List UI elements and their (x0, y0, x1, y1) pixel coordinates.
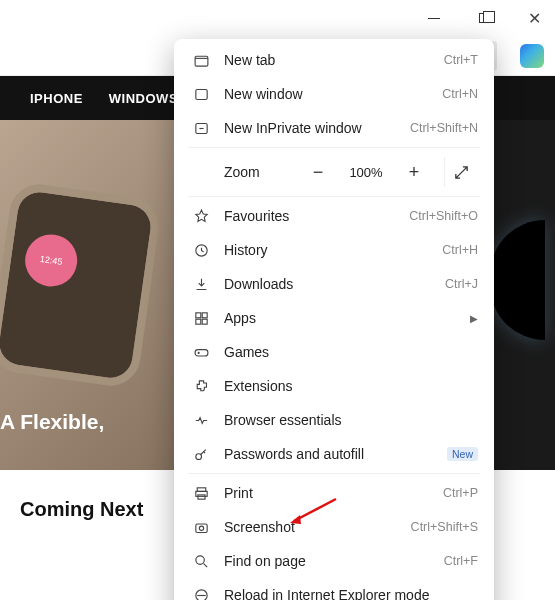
svg-rect-1 (195, 56, 208, 66)
menu-history[interactable]: History Ctrl+H (174, 233, 494, 267)
download-icon (190, 275, 212, 293)
menu-apps[interactable]: Apps ▶ (174, 301, 494, 335)
menu-essentials[interactable]: Browser essentials (174, 403, 494, 437)
copilot-button[interactable] (517, 41, 547, 71)
screenshot-icon (190, 518, 212, 536)
zoom-controls: Zoom − 100% + (174, 150, 494, 194)
close-window-button[interactable]: ✕ (521, 5, 547, 31)
nav-item[interactable]: IPHONE (30, 91, 83, 106)
zoom-out-button[interactable]: − (302, 157, 334, 187)
menu-favourites[interactable]: Favourites Ctrl+Shift+O (174, 199, 494, 233)
shortcut-label: Ctrl+Shift+O (409, 209, 478, 223)
shortcut-label: Ctrl+P (443, 486, 478, 500)
hero-headline: A Flexible, (0, 410, 104, 434)
menu-games[interactable]: Games (174, 335, 494, 369)
svg-rect-2 (195, 89, 206, 99)
svg-rect-8 (202, 319, 207, 324)
nav-item[interactable]: WINDOWS (109, 91, 178, 106)
search-icon (190, 552, 212, 570)
shortcut-label: Ctrl+T (444, 53, 478, 67)
chevron-right-icon: ▶ (470, 313, 478, 324)
maximize-button[interactable] (471, 5, 497, 31)
menu-passwords[interactable]: Passwords and autofill New (174, 437, 494, 471)
shortcut-label: Ctrl+J (445, 277, 478, 291)
menu-screenshot[interactable]: Screenshot Ctrl+Shift+S (174, 510, 494, 544)
inprivate-icon (190, 119, 212, 137)
zoom-in-button[interactable]: + (398, 157, 430, 187)
key-icon (190, 445, 212, 463)
window-icon (190, 85, 212, 103)
svg-point-15 (199, 526, 203, 530)
menu-print[interactable]: Print Ctrl+P (174, 476, 494, 510)
menu-ie-mode[interactable]: Reload in Internet Explorer mode (174, 578, 494, 600)
minimize-button[interactable] (421, 5, 447, 31)
new-badge: New (447, 447, 478, 461)
menu-new-inprivate[interactable]: New InPrivate window Ctrl+Shift+N (174, 111, 494, 145)
svg-rect-6 (202, 312, 207, 317)
menu-extensions[interactable]: Extensions (174, 369, 494, 403)
shortcut-label: Ctrl+N (442, 87, 478, 101)
zoom-value: 100% (344, 165, 388, 180)
shortcut-label: Ctrl+H (442, 243, 478, 257)
svg-rect-9 (195, 349, 208, 355)
svg-point-16 (195, 555, 204, 564)
menu-new-tab[interactable]: New tab Ctrl+T (174, 43, 494, 77)
fullscreen-button[interactable] (444, 157, 478, 187)
menu-downloads[interactable]: Downloads Ctrl+J (174, 267, 494, 301)
watch-face: 12:45 (22, 231, 81, 290)
shortcut-label: Ctrl+F (444, 554, 478, 568)
shortcut-label: Ctrl+Shift+N (410, 121, 478, 135)
ie-icon (190, 586, 212, 600)
menu-new-window[interactable]: New window Ctrl+N (174, 77, 494, 111)
menu-find[interactable]: Find on page Ctrl+F (174, 544, 494, 578)
extensions-icon (190, 377, 212, 395)
settings-menu: New tab Ctrl+T New window Ctrl+N New InP… (174, 39, 494, 600)
apps-icon (190, 309, 212, 327)
print-icon (190, 484, 212, 502)
history-icon (190, 241, 212, 259)
titlebar: ✕ (0, 0, 555, 36)
svg-rect-14 (195, 523, 206, 532)
svg-rect-5 (195, 312, 200, 317)
shortcut-label: Ctrl+Shift+S (411, 520, 478, 534)
heartbeat-icon (190, 411, 212, 429)
watch-image: 12:45 (0, 180, 162, 389)
svg-rect-7 (195, 319, 200, 324)
tab-icon (190, 51, 212, 69)
svg-point-10 (195, 453, 201, 459)
star-icon (190, 207, 212, 225)
zoom-label: Zoom (190, 164, 292, 180)
games-icon (190, 343, 212, 361)
svg-rect-13 (197, 494, 204, 498)
